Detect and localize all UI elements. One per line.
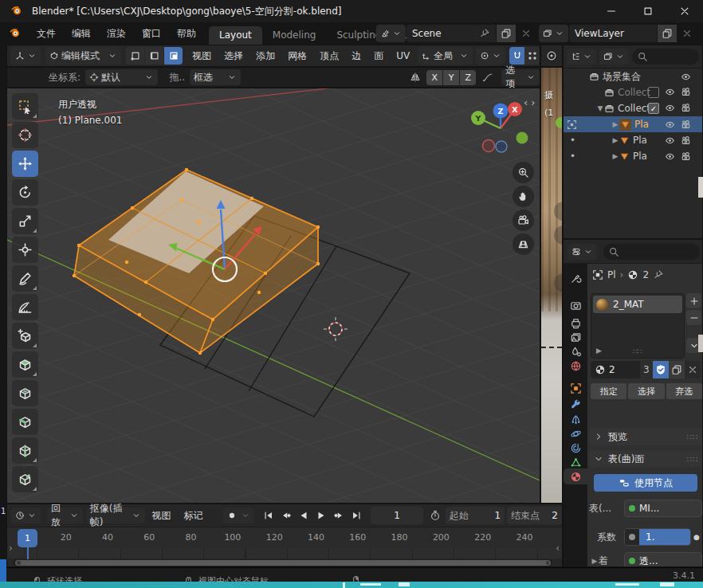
timeline-channels[interactable] [7,549,562,559]
viewport-menu-选择[interactable]: 选择 [218,45,249,66]
disable-in-renders-toggle[interactable] [681,151,691,162]
viewlayer-name-field[interactable]: ViewLayer [569,25,657,42]
play-button[interactable] [313,508,329,523]
tool-bevel-button[interactable] [12,409,38,435]
playback-dropdown[interactable]: 回放 [47,508,83,523]
properties-tab-view-layer[interactable] [564,329,587,345]
proportional-falloff-icon[interactable] [482,72,493,83]
properties-search-input[interactable] [603,244,700,260]
hide-in-viewport-toggle[interactable] [665,87,675,98]
breadcrumb-material[interactable]: 2 [642,269,649,280]
properties-tab-material[interactable] [564,468,587,484]
viewport-menu-UV[interactable]: UV [390,45,416,66]
vertex-select-button[interactable] [126,47,144,65]
blender-menu-button[interactable] [10,27,22,40]
expand-toggle[interactable]: ▼ [596,104,604,112]
jump-to-end-button[interactable] [348,508,364,523]
pin-icon[interactable] [653,269,664,280]
maximize-button[interactable] [630,0,666,22]
viewport-menu-网格[interactable]: 网格 [281,45,313,66]
hide-in-viewport-toggle[interactable] [681,72,691,82]
snap-toggle[interactable] [509,47,524,65]
timeline-scrollbar[interactable] [14,559,552,566]
users-count-badge[interactable]: 3 [640,361,653,378]
properties-tab-output[interactable] [564,315,587,331]
timeline-editor-type-button[interactable] [11,508,41,523]
button-选择[interactable]: 选择 [628,383,664,399]
viewport-menu-添加[interactable]: 添加 [249,45,281,66]
auto-keying-button[interactable] [223,508,254,523]
perspective-toggle-button[interactable] [513,233,534,255]
collection-checkbox[interactable] [648,87,659,98]
selected-mesh-box[interactable] [73,168,320,355]
properties-tab-modifiers[interactable] [564,396,587,412]
face-select-button[interactable] [164,47,183,65]
tool-transform-button[interactable] [12,237,38,263]
tool-add-cube-button[interactable] [12,323,38,349]
menu-文件[interactable]: 文件 [29,23,64,44]
properties-tab-render[interactable] [564,297,587,313]
properties-tab-world[interactable] [564,358,587,374]
material-slot[interactable]: 2_MAT [593,296,682,313]
outliner-row-Pla[interactable]: ▶Pla [564,116,702,132]
expand-arrow[interactable]: ▶ [596,347,602,355]
button-指定[interactable]: 指定 [591,383,626,399]
use-nodes-button[interactable]: 使用节点 [594,474,697,492]
copy-material-button[interactable] [669,361,685,378]
pan-button[interactable] [513,186,534,207]
previous-keyframe-button[interactable] [278,508,294,523]
zoom-button[interactable] [513,162,534,183]
tool-move-button[interactable] [12,151,38,177]
collection-checkbox[interactable]: ✓ [648,103,659,114]
outliner-row-Collect[interactable]: Collect [564,84,702,100]
stopwatch-icon[interactable] [430,510,441,521]
properties-tab-physics[interactable] [564,425,587,441]
menu-帮助[interactable]: 帮助 [169,23,204,44]
viewport-menu-顶点[interactable]: 顶点 [313,45,345,66]
disable-in-renders-toggle[interactable] [681,135,691,146]
hide-in-viewport-toggle[interactable] [665,120,675,130]
mirror-icon[interactable] [410,72,421,83]
play-reverse-button[interactable] [296,508,312,523]
outliner-search-input[interactable] [632,49,699,65]
axis-toggle-z[interactable]: Z [460,70,476,85]
tool-inset-faces-button[interactable] [12,380,38,406]
workspace-tab-layout[interactable]: Layout [209,26,262,45]
tool-scale-button[interactable] [12,208,38,234]
outliner-row-Pla[interactable]: •▶Pla [564,148,702,164]
properties-tab-tool[interactable] [564,270,587,286]
snap-options-button[interactable] [524,47,540,65]
preview-panel-header[interactable]: 预览∷∷ [589,428,702,445]
mode-dropdown[interactable]: 编辑模式 [45,47,121,65]
viewport-menu-面[interactable]: 面 [367,45,390,66]
disable-in-renders-toggle[interactable] [681,103,691,114]
button-弃选[interactable]: 弃选 [666,383,702,399]
remove-slot-button[interactable] [686,310,701,325]
new-scene-button[interactable] [497,25,516,42]
properties-editor-type-button[interactable] [568,244,597,260]
unlink-material-button[interactable] [685,361,701,378]
breadcrumb-object[interactable]: Pl [607,269,616,280]
factor-slider[interactable]: 1. [624,528,691,546]
tool-extrude-region-button[interactable] [12,351,38,378]
disable-in-renders-toggle[interactable] [681,120,691,130]
coord-dropdown[interactable]: 默认 [85,69,158,85]
timeline-ruler[interactable]: 20406080100120140160180200220240 1 [7,527,562,550]
navigation-gizmo[interactable]: Z X Y [471,102,528,152]
workspace-tab-modeling[interactable]: Modeling [262,26,327,45]
hide-in-viewport-toggle[interactable] [665,103,675,114]
viewlayer-browse-button[interactable] [539,25,568,42]
expand-toggle[interactable]: ▶ [611,152,619,160]
tool-loop-cut-button[interactable] [12,437,38,464]
add-slot-button[interactable] [686,293,701,308]
camera-view-button[interactable] [513,210,534,231]
region-toggle-arrows[interactable]: ‹› [524,96,538,108]
options-dropdown[interactable]: 选项 [501,69,540,85]
outliner-row-Collect[interactable]: ▼Collect✓ [564,100,702,116]
tool-cursor-button[interactable] [12,122,38,148]
current-frame-field[interactable]: 1 [371,507,422,524]
menu-编辑[interactable]: 编辑 [64,23,99,44]
shader1-dropdown[interactable]: 透... [624,552,702,567]
hide-in-viewport-toggle[interactable] [665,151,675,162]
edge-select-button[interactable] [145,47,163,65]
